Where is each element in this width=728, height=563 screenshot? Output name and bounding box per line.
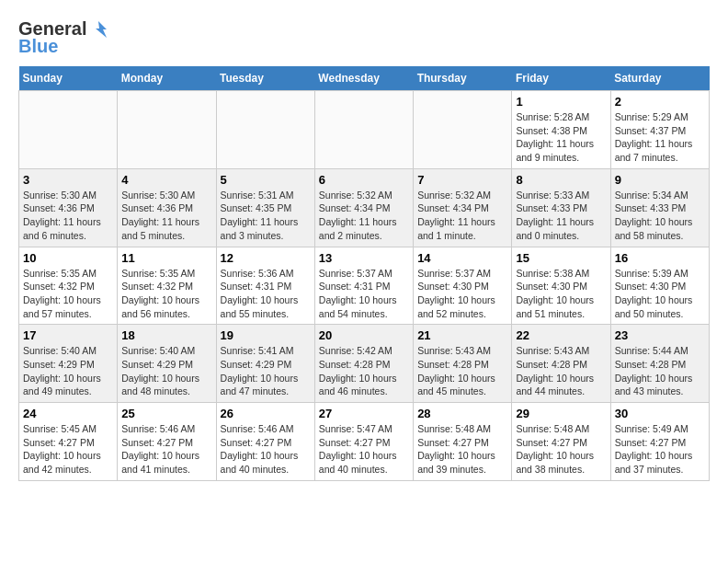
weekday-header: Wednesday <box>314 66 413 91</box>
calendar-cell: 5Sunrise: 5:31 AM Sunset: 4:35 PM Daylig… <box>216 168 314 247</box>
calendar-cell <box>19 91 118 169</box>
week-row: 17Sunrise: 5:40 AM Sunset: 4:29 PM Dayli… <box>19 325 710 403</box>
week-row: 10Sunrise: 5:35 AM Sunset: 4:32 PM Dayli… <box>19 247 710 325</box>
calendar-cell: 29Sunrise: 5:48 AM Sunset: 4:27 PM Dayli… <box>512 403 610 481</box>
weekday-header: Saturday <box>610 66 709 91</box>
day-number: 20 <box>319 328 409 342</box>
calendar-cell: 6Sunrise: 5:32 AM Sunset: 4:34 PM Daylig… <box>314 168 413 247</box>
calendar-cell: 23Sunrise: 5:44 AM Sunset: 4:28 PM Dayli… <box>610 325 709 403</box>
calendar-cell: 24Sunrise: 5:45 AM Sunset: 4:27 PM Dayli… <box>19 403 118 481</box>
week-row: 3Sunrise: 5:30 AM Sunset: 4:36 PM Daylig… <box>19 168 710 247</box>
day-number: 24 <box>23 407 113 420</box>
day-number: 15 <box>516 251 606 265</box>
day-info: Sunrise: 5:48 AM Sunset: 4:27 PM Dayligh… <box>417 422 507 477</box>
calendar-cell: 17Sunrise: 5:40 AM Sunset: 4:29 PM Dayli… <box>19 325 118 403</box>
day-number: 10 <box>23 251 113 265</box>
weekday-header: Tuesday <box>216 66 314 91</box>
calendar-cell: 20Sunrise: 5:42 AM Sunset: 4:28 PM Dayli… <box>314 325 413 403</box>
day-info: Sunrise: 5:28 AM Sunset: 4:38 PM Dayligh… <box>516 110 606 165</box>
day-info: Sunrise: 5:43 AM Sunset: 4:28 PM Dayligh… <box>417 344 507 398</box>
day-number: 1 <box>516 95 606 109</box>
day-number: 27 <box>319 407 409 420</box>
calendar-cell: 2Sunrise: 5:29 AM Sunset: 4:37 PM Daylig… <box>610 91 709 169</box>
week-row: 1Sunrise: 5:28 AM Sunset: 4:38 PM Daylig… <box>19 91 710 169</box>
day-number: 13 <box>319 251 409 265</box>
day-info: Sunrise: 5:36 AM Sunset: 4:31 PM Dayligh… <box>221 267 311 321</box>
calendar-cell: 19Sunrise: 5:41 AM Sunset: 4:29 PM Dayli… <box>216 325 314 403</box>
calendar-cell <box>314 91 413 169</box>
day-number: 16 <box>615 251 705 265</box>
calendar-cell: 13Sunrise: 5:37 AM Sunset: 4:31 PM Dayli… <box>314 247 413 325</box>
day-info: Sunrise: 5:40 AM Sunset: 4:29 PM Dayligh… <box>23 344 113 398</box>
day-number: 3 <box>23 173 113 187</box>
day-info: Sunrise: 5:46 AM Sunset: 4:27 PM Dayligh… <box>121 422 211 477</box>
weekday-header: Monday <box>118 66 216 91</box>
day-info: Sunrise: 5:30 AM Sunset: 4:36 PM Dayligh… <box>121 189 211 243</box>
calendar-cell: 12Sunrise: 5:36 AM Sunset: 4:31 PM Dayli… <box>216 247 314 325</box>
calendar-cell: 14Sunrise: 5:37 AM Sunset: 4:30 PM Dayli… <box>414 247 512 325</box>
day-number: 9 <box>615 173 705 187</box>
calendar-cell: 11Sunrise: 5:35 AM Sunset: 4:32 PM Dayli… <box>118 247 216 325</box>
calendar-cell <box>216 91 314 169</box>
logo-text-block: General Blue <box>18 18 108 57</box>
day-number: 26 <box>221 407 311 420</box>
day-number: 25 <box>121 407 211 420</box>
day-info: Sunrise: 5:45 AM Sunset: 4:27 PM Dayligh… <box>23 422 113 477</box>
weekday-header-row: SundayMondayTuesdayWednesdayThursdayFrid… <box>19 66 710 91</box>
calendar-cell: 18Sunrise: 5:40 AM Sunset: 4:29 PM Dayli… <box>118 325 216 403</box>
day-number: 28 <box>417 407 507 420</box>
calendar-cell: 25Sunrise: 5:46 AM Sunset: 4:27 PM Dayli… <box>118 403 216 481</box>
day-number: 29 <box>516 407 606 420</box>
calendar-cell <box>414 91 512 169</box>
day-number: 30 <box>615 407 705 420</box>
day-number: 21 <box>417 328 507 342</box>
weekday-header: Friday <box>512 66 610 91</box>
day-number: 11 <box>121 251 211 265</box>
calendar-cell: 9Sunrise: 5:34 AM Sunset: 4:33 PM Daylig… <box>610 168 709 247</box>
logo: General Blue <box>18 18 108 57</box>
calendar-table: SundayMondayTuesdayWednesdayThursdayFrid… <box>18 66 710 481</box>
calendar-cell: 1Sunrise: 5:28 AM Sunset: 4:38 PM Daylig… <box>512 91 610 169</box>
day-info: Sunrise: 5:48 AM Sunset: 4:27 PM Dayligh… <box>516 422 606 477</box>
day-number: 5 <box>221 173 311 187</box>
day-info: Sunrise: 5:40 AM Sunset: 4:29 PM Dayligh… <box>121 344 211 398</box>
day-info: Sunrise: 5:49 AM Sunset: 4:27 PM Dayligh… <box>615 422 705 477</box>
day-info: Sunrise: 5:34 AM Sunset: 4:33 PM Dayligh… <box>615 189 705 243</box>
calendar-cell: 27Sunrise: 5:47 AM Sunset: 4:27 PM Dayli… <box>314 403 413 481</box>
day-number: 2 <box>615 95 705 109</box>
day-info: Sunrise: 5:30 AM Sunset: 4:36 PM Dayligh… <box>23 189 113 243</box>
day-info: Sunrise: 5:38 AM Sunset: 4:30 PM Dayligh… <box>516 267 606 321</box>
calendar-cell: 7Sunrise: 5:32 AM Sunset: 4:34 PM Daylig… <box>414 168 512 247</box>
day-info: Sunrise: 5:39 AM Sunset: 4:30 PM Dayligh… <box>615 267 705 321</box>
day-number: 6 <box>319 173 409 187</box>
logo-blue: Blue <box>18 36 58 57</box>
logo-bird-icon <box>88 19 108 40</box>
svg-marker-0 <box>96 21 107 38</box>
calendar-cell: 28Sunrise: 5:48 AM Sunset: 4:27 PM Dayli… <box>414 403 512 481</box>
day-info: Sunrise: 5:32 AM Sunset: 4:34 PM Dayligh… <box>319 189 409 243</box>
calendar-cell: 15Sunrise: 5:38 AM Sunset: 4:30 PM Dayli… <box>512 247 610 325</box>
calendar-cell: 30Sunrise: 5:49 AM Sunset: 4:27 PM Dayli… <box>610 403 709 481</box>
day-info: Sunrise: 5:44 AM Sunset: 4:28 PM Dayligh… <box>615 344 705 398</box>
calendar-cell: 16Sunrise: 5:39 AM Sunset: 4:30 PM Dayli… <box>610 247 709 325</box>
week-row: 24Sunrise: 5:45 AM Sunset: 4:27 PM Dayli… <box>19 403 710 481</box>
day-number: 4 <box>121 173 211 187</box>
calendar-cell: 22Sunrise: 5:43 AM Sunset: 4:28 PM Dayli… <box>512 325 610 403</box>
calendar-cell: 10Sunrise: 5:35 AM Sunset: 4:32 PM Dayli… <box>19 247 118 325</box>
day-info: Sunrise: 5:35 AM Sunset: 4:32 PM Dayligh… <box>121 267 211 321</box>
day-info: Sunrise: 5:46 AM Sunset: 4:27 PM Dayligh… <box>221 422 311 477</box>
day-info: Sunrise: 5:42 AM Sunset: 4:28 PM Dayligh… <box>319 344 409 398</box>
weekday-header: Thursday <box>414 66 512 91</box>
day-number: 18 <box>121 328 211 342</box>
calendar-cell: 26Sunrise: 5:46 AM Sunset: 4:27 PM Dayli… <box>216 403 314 481</box>
weekday-header: Sunday <box>19 66 118 91</box>
calendar-cell: 21Sunrise: 5:43 AM Sunset: 4:28 PM Dayli… <box>414 325 512 403</box>
day-number: 17 <box>23 328 113 342</box>
day-number: 19 <box>221 328 311 342</box>
page-header: General Blue <box>18 18 710 57</box>
day-info: Sunrise: 5:33 AM Sunset: 4:33 PM Dayligh… <box>516 189 606 243</box>
calendar-cell: 4Sunrise: 5:30 AM Sunset: 4:36 PM Daylig… <box>118 168 216 247</box>
calendar-cell: 3Sunrise: 5:30 AM Sunset: 4:36 PM Daylig… <box>19 168 118 247</box>
day-info: Sunrise: 5:37 AM Sunset: 4:31 PM Dayligh… <box>319 267 409 321</box>
day-number: 14 <box>417 251 507 265</box>
